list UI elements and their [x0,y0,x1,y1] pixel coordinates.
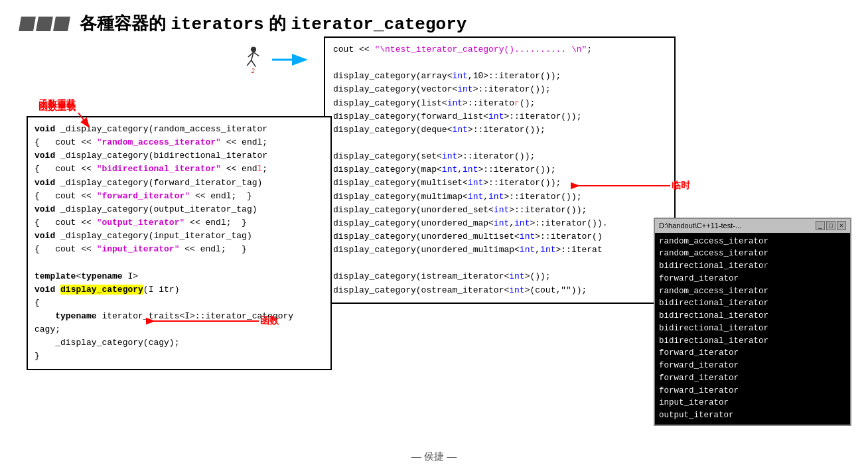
maximize-button[interactable]: □ [826,221,835,230]
term-line-6: bidirectional_iterator [659,297,846,310]
lc-line-3: void _display_category(bidirectional_ite… [35,149,324,163]
lc-line-11: template<typename I> [35,270,324,283]
title-stripes [20,17,69,31]
annotation-function-template: 函数模板 [146,306,279,340]
svg-text:临时对象: 临时对象 [672,180,690,190]
title-area: 各種容器的 iterators 的 iterator_category [0,0,868,42]
terminal-box: D:\handout\C++11-test-... _ □ × random_a… [654,218,851,426]
stripe-2 [36,17,53,31]
arrow-icon [271,52,311,68]
svg-line-5 [253,52,259,56]
term-line-8: bidirectional_iterator [659,322,846,335]
terminal-window-buttons: _ □ × [816,221,846,230]
rc-line-14: display_category(istream_iterator<int>()… [333,270,666,283]
rc-line-1: display_category(array<int,10>::iterator… [333,70,666,83]
title-prefix: 各種容器的 [80,13,171,33]
term-line-9: bidirectional_iterator [659,335,846,348]
lc-line-16: } [35,350,324,363]
rc-line-5: display_category(deque<int>::iterator())… [333,123,666,137]
lc-line-10: { cout << "input_iterator" << endl; } [35,243,324,256]
term-line-10: forward_iterator [659,347,846,360]
lc-line-4: { cout << "bidirectional_iterator" << en… [35,163,324,176]
close-button[interactable]: × [837,221,846,230]
stripe-1 [19,17,36,31]
svg-text:2: 2 [252,67,255,74]
svg-point-0 [251,46,256,52]
lc-line-2: { cout << "random_access_iterator" << en… [35,136,324,149]
terminal-title-bar: D:\handout\C++11-test-... _ □ × [655,219,850,233]
page-title: 各種容器的 iterators 的 iterator_category [80,12,467,35]
svg-line-2 [247,60,252,66]
rc-line-3: display_category(list<int>::iterator(); [333,97,666,110]
minimize-button[interactable]: _ [816,221,825,230]
rc-line-12: display_category(unordered_multiset<int>… [333,230,666,243]
rc-line-13: display_category(unordered_multimap<int,… [333,243,666,257]
title-kw1: iterators [171,15,263,34]
annotation-overload-arrow: 函数重载 [38,98,118,131]
lc-line-9: void _display_category(input_iterator_ta… [35,230,324,243]
svg-text:函数模板: 函数模板 [260,315,279,326]
term-line-13: forward_iterator [659,385,846,397]
svg-line-9 [78,113,88,126]
rc-line-11: display_category(unordered_map<int,int>:… [333,217,666,230]
term-line-12: forward_iterator [659,372,846,385]
term-line-15: output_iterator [659,409,846,422]
lc-line-6: { cout << "forward_iterator" << endl; } [35,190,324,203]
annotation-temp-object: 临时对象 [571,172,690,199]
term-line-1: random_access_iterator [659,236,846,248]
rc-line-15: display_category(ostream_iterator<int>(c… [333,284,666,297]
terminal-title: D:\handout\C++11-test-... [659,220,741,232]
svg-text:函数重载: 函数重载 [38,102,76,112]
figure-arrow-area: 2 [239,45,311,74]
term-line-2: random_access_iterator [659,247,846,260]
rc-line-10: display_category(unordered_set<int>::ite… [333,204,666,217]
title-kw2: iterator_category [291,15,467,34]
term-line-7: bidirectional_iterator [659,310,846,322]
rc-line-6: display_category(set<int>::iterator()); [333,150,666,163]
term-line-4: forward_iterator [659,273,846,285]
lc-line-8: { cout << "output_iterator" << endl; } [35,216,324,230]
lc-line-5: void _display_category(forward_iterator_… [35,176,324,190]
term-line-3: bidirectional_iterator [659,260,846,273]
footer-text: — 侯捷 — [0,450,868,463]
term-line-14: input_iterator [659,397,846,409]
terminal-content: random_access_iterator random_access_ite… [655,233,850,425]
rc-line-4: display_category(forward_list<int>::iter… [333,110,666,123]
right-code-box: cout << "\ntest_iterator_category().....… [324,36,676,304]
right-code-line-top: cout << "\ntest_iterator_category().....… [333,43,666,56]
term-line-5: random_access_iterator [659,285,846,298]
term-line-11: forward_iterator [659,360,846,372]
stripe-3 [53,17,70,31]
rc-line-2: display_category(vector<int>::iterator()… [333,83,666,96]
lc-line-7: void _display_category(output_iterator_t… [35,203,324,216]
svg-line-3 [252,60,256,67]
lc-line-12: void display_category(I itr) [35,283,324,297]
running-figure-icon: 2 [239,45,268,74]
title-middle: 的 [264,13,291,33]
